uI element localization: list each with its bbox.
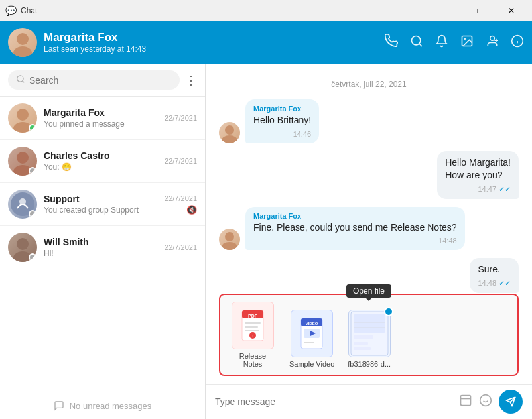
message-row-3: Margarita Fox Fine. Please, could you se… (219, 207, 519, 251)
attachment-image[interactable]: fb318986-d... (348, 310, 391, 368)
search-input-wrap[interactable] (8, 70, 180, 90)
more-icon[interactable]: ⋮ (185, 73, 197, 88)
attachment-name: fb318986-d... (348, 360, 391, 368)
message-bubble: Sure. 14:48 ✓✓ (470, 258, 519, 293)
message-row-1: Margarita Fox Hello Brittany! 14:46 (219, 99, 519, 143)
attachment-video[interactable]: VIDEO Sample Video (289, 310, 334, 368)
message-time: 14:48 (478, 279, 496, 287)
contact-meta: 22/7/2021 🔇 (165, 194, 197, 215)
header-avatar (8, 28, 37, 57)
info-icon[interactable] (511, 34, 524, 51)
minimize-button[interactable]: — (432, 0, 463, 21)
chat-area: četvrtak, juli 22, 2021 Margarita Fox He… (206, 64, 532, 419)
svg-point-0 (17, 33, 29, 45)
svg-point-23 (222, 135, 237, 143)
message-time: 14:48 (438, 237, 457, 245)
search-input[interactable] (29, 75, 172, 86)
chat-input-bar (206, 384, 532, 419)
read-check: ✓✓ (499, 279, 511, 288)
svg-text:PDF: PDF (248, 314, 258, 318)
status-indicator (29, 210, 36, 218)
svg-line-3 (419, 43, 422, 46)
message-meta: 14:46 (253, 130, 311, 138)
contact-meta: 22/7/2021 (165, 157, 197, 165)
svg-point-16 (17, 152, 29, 164)
window-controls: — □ ✕ (432, 0, 527, 21)
contact-item-charles[interactable]: Charles Castro You: 😁 22/7/2021 (0, 140, 205, 183)
message-row-2: Hello Margarita!How are you? 14:47 ✓✓ (219, 151, 519, 199)
svg-rect-47 (461, 395, 471, 405)
contact-date: 22/7/2021 (165, 157, 197, 165)
read-check: ✓✓ (499, 185, 511, 194)
contact-name: Margarita Fox (44, 107, 165, 118)
status-indicator (29, 253, 36, 261)
attachment-pdf[interactable]: PDF ↓ Release Notes (230, 302, 276, 368)
phone-icon[interactable] (385, 34, 398, 51)
svg-rect-44 (354, 335, 373, 339)
svg-text:↓: ↓ (251, 333, 254, 338)
search-icon (16, 74, 25, 86)
pdf-icon: PDF ↓ (232, 302, 274, 349)
message-bubble: Margarita Fox Hello Brittany! 14:46 (245, 99, 319, 143)
message-bubble: Hello Margarita!How are you? 14:47 ✓✓ (437, 151, 519, 199)
svg-point-14 (17, 109, 29, 121)
svg-rect-45 (354, 342, 368, 345)
main-layout: ⋮ Margarita Fox You pinned a message 22/ (0, 64, 532, 419)
message-bubble: Margarita Fox Fine. Please, could you se… (245, 207, 465, 251)
date-divider: četvrtak, juli 22, 2021 (219, 80, 519, 89)
contact-avatar (8, 190, 37, 219)
message-input[interactable] (215, 396, 452, 407)
emoji-icon[interactable] (479, 394, 492, 410)
contact-item-support[interactable]: Support You created group Support 22/7/2… (0, 183, 205, 226)
message-time: 14:46 (293, 130, 312, 138)
close-button[interactable]: ✕ (496, 0, 527, 21)
attachment-icon[interactable] (459, 394, 472, 410)
bell-icon[interactable] (435, 34, 448, 51)
message-text: Sure. (478, 263, 511, 276)
contact-date: 22/7/2021 (165, 114, 197, 122)
contact-info: Will Smith Hi! (44, 237, 165, 258)
send-button[interactable] (499, 390, 523, 414)
attachment-name: Sample Video (289, 360, 334, 368)
sidebar-footer: No unread messages (0, 392, 205, 419)
svg-point-6 (490, 36, 495, 40)
chat-messages: četvrtak, juli 22, 2021 Margarita Fox He… (206, 64, 532, 294)
header-status: Last seen yesterday at 14:43 (44, 44, 385, 54)
svg-point-25 (222, 242, 237, 250)
status-indicator (29, 124, 36, 132)
contact-info: Support You created group Support (44, 194, 165, 215)
contact-item-will[interactable]: Will Smith Hi! 22/7/2021 (0, 226, 205, 269)
svg-point-19 (19, 198, 26, 205)
message-text: Hello Margarita!How are you? (445, 156, 511, 182)
open-file-tooltip: Open file (346, 284, 391, 298)
svg-point-24 (225, 232, 234, 241)
message-text: Fine. Please, could you send me Release … (253, 221, 457, 235)
search-icon[interactable] (410, 34, 423, 51)
sidebar: ⋮ Margarita Fox You pinned a message 22/ (0, 64, 206, 419)
message-avatar (219, 229, 240, 250)
contact-avatar (8, 103, 37, 133)
chat-header: Margarita Fox Last seen yesterday at 14:… (0, 21, 532, 64)
contact-preview: You: 😁 (44, 162, 165, 172)
contact-info: Charles Castro You: 😁 (44, 150, 165, 172)
maximize-button[interactable]: □ (464, 0, 495, 21)
contact-avatar (8, 147, 37, 176)
mute-icon: 🔇 (186, 205, 197, 215)
svg-point-22 (225, 125, 234, 135)
svg-rect-41 (354, 314, 385, 333)
contact-date: 22/7/2021 (165, 194, 197, 202)
contact-item-margarita[interactable]: Margarita Fox You pinned a message 22/7/… (0, 97, 205, 140)
svg-point-1 (13, 46, 32, 57)
message-text: Hello Brittany! (253, 114, 311, 127)
svg-point-20 (17, 238, 29, 250)
header-actions (385, 34, 524, 51)
footer-text: No unread messages (70, 401, 152, 411)
svg-point-5 (464, 38, 466, 40)
gallery-icon[interactable] (460, 34, 474, 51)
contact-name: Will Smith (44, 237, 165, 247)
add-user-icon[interactable] (486, 34, 499, 51)
svg-text:VIDEO: VIDEO (306, 322, 318, 326)
contact-preview: You pinned a message (44, 119, 165, 129)
contact-name: Charles Castro (44, 150, 165, 161)
header-info: Margarita Fox Last seen yesterday at 14:… (44, 31, 385, 54)
